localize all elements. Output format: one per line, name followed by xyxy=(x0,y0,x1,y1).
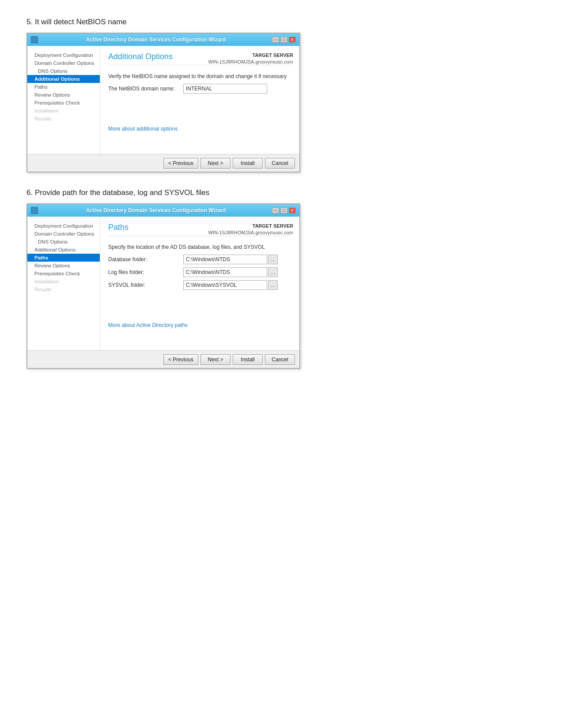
sysvol-folder-browse[interactable]: … xyxy=(268,280,278,290)
sidebar-item-results-5: Results xyxy=(27,115,100,123)
netbios-label: The NetBIOS domain name: xyxy=(108,86,183,92)
database-folder-browse[interactable]: … xyxy=(268,255,278,264)
sidebar-item-dns-options-5[interactable]: DNS Options xyxy=(27,67,100,75)
sysvol-folder-input[interactable] xyxy=(183,280,267,290)
wizard-footer-step6: < Previous Next > Install Cancel xyxy=(27,350,299,368)
wizard-sidebar-step5: Deployment Configuration Domain Controll… xyxy=(27,46,100,154)
netbios-input[interactable] xyxy=(183,84,267,94)
logfiles-folder-row: Log files folder: … xyxy=(108,267,291,277)
minimize-button-step6[interactable]: ─ xyxy=(272,207,279,214)
sidebar-item-deployment-config-6[interactable]: Deployment Configuration xyxy=(27,222,100,230)
target-server-step5: TARGET SERVER WIN-1SJ8RHOMJSA.groovymusi… xyxy=(208,52,293,66)
wizard-window-step5: Active Directory Domain Services Configu… xyxy=(26,33,300,173)
content-desc-step5: Verify the NetBIOS name assigned to the … xyxy=(108,73,291,79)
wizard-window-step6: Active Directory Domain Services Configu… xyxy=(26,203,300,369)
paths-link[interactable]: More about Active Directory paths xyxy=(108,322,188,328)
step6-heading: 6. Provide path for the database, log an… xyxy=(26,188,537,197)
wizard-body-step6: Deployment Configuration Domain Controll… xyxy=(27,217,299,350)
maximize-button-step5[interactable]: □ xyxy=(280,37,287,43)
sidebar-item-additional-options-6[interactable]: Additional Options xyxy=(27,246,100,254)
database-folder-row: Database folder: … xyxy=(108,255,291,264)
logfiles-folder-label: Log files folder: xyxy=(108,269,183,275)
sidebar-item-dc-options-6[interactable]: Domain Controller Options xyxy=(27,230,100,238)
previous-button-step5[interactable]: < Previous xyxy=(163,158,198,169)
wizard-body-step5: Deployment Configuration Domain Controll… xyxy=(27,46,299,154)
close-button-step6[interactable]: ✕ xyxy=(289,207,296,214)
step6-number: 6. xyxy=(26,188,33,197)
step5-number: 5. xyxy=(26,18,33,26)
next-button-step6[interactable]: Next > xyxy=(200,354,230,365)
title-bar-step5: Active Directory Domain Services Configu… xyxy=(27,34,299,46)
wizard-content-step5: Additional Options TARGET SERVER WIN-1SJ… xyxy=(100,46,299,154)
wizard-content-step6: Paths TARGET SERVER WIN-1SJ8RHOMJSA.groo… xyxy=(100,217,299,350)
sidebar-item-dc-options-5[interactable]: Domain Controller Options xyxy=(27,59,100,67)
cancel-button-step5[interactable]: Cancel xyxy=(265,158,295,169)
logfiles-folder-browse[interactable]: … xyxy=(268,267,278,277)
title-bar-controls-step6: ─ □ ✕ xyxy=(272,207,296,214)
install-button-step6[interactable]: Install xyxy=(233,354,263,365)
sysvol-folder-label: SYSVOL folder: xyxy=(108,282,183,288)
sidebar-item-prerequisites-5[interactable]: Prerequisites Check xyxy=(27,99,100,107)
sidebar-item-review-options-6[interactable]: Review Options xyxy=(27,262,100,270)
sidebar-item-deployment-config-5[interactable]: Deployment Configuration xyxy=(27,51,100,59)
netbios-field-row: The NetBIOS domain name: xyxy=(108,84,291,94)
previous-button-step6[interactable]: < Previous xyxy=(163,354,198,365)
sidebar-item-installation-6: Installation xyxy=(27,278,100,285)
target-server-step6: TARGET SERVER WIN-1SJ8RHOMJSA.groovymusi… xyxy=(208,223,293,236)
wizard-icon-step5 xyxy=(31,36,38,43)
minimize-button-step5[interactable]: ─ xyxy=(272,37,279,43)
title-bar-controls-step5: ─ □ ✕ xyxy=(272,37,296,43)
sidebar-item-dns-options-6[interactable]: DNS Options xyxy=(27,238,100,246)
step5-heading: 5. It will detect NetBIOS name xyxy=(26,18,537,26)
install-button-step5[interactable]: Install xyxy=(233,158,263,169)
logfiles-folder-input[interactable] xyxy=(183,267,267,277)
sidebar-item-installation-5: Installation xyxy=(27,107,100,115)
wizard-footer-step5: < Previous Next > Install Cancel xyxy=(27,154,299,172)
cancel-button-step6[interactable]: Cancel xyxy=(265,354,295,365)
sidebar-item-results-6: Results xyxy=(27,285,100,293)
title-bar-text-step6: Active Directory Domain Services Configu… xyxy=(40,207,272,214)
title-bar-step6: Active Directory Domain Services Configu… xyxy=(27,204,299,217)
sysvol-folder-row: SYSVOL folder: … xyxy=(108,280,291,290)
title-bar-text-step5: Active Directory Domain Services Configu… xyxy=(40,37,272,43)
close-button-step5[interactable]: ✕ xyxy=(289,37,296,43)
maximize-button-step6[interactable]: □ xyxy=(280,207,287,214)
additional-options-link[interactable]: More about additional options xyxy=(108,126,178,132)
sidebar-item-additional-options-5[interactable]: Additional Options xyxy=(27,75,100,83)
database-folder-label: Database folder: xyxy=(108,256,183,263)
sidebar-item-paths-6[interactable]: Paths xyxy=(27,254,100,262)
content-desc-step6: Specify the location of the AD DS databa… xyxy=(108,244,291,250)
sidebar-item-prerequisites-6[interactable]: Prerequisites Check xyxy=(27,270,100,278)
sidebar-item-paths-5[interactable]: Paths xyxy=(27,83,100,91)
next-button-step5[interactable]: Next > xyxy=(200,158,230,169)
wizard-sidebar-step6: Deployment Configuration Domain Controll… xyxy=(27,217,100,350)
sidebar-item-review-options-5[interactable]: Review Options xyxy=(27,91,100,99)
wizard-icon-step6 xyxy=(31,207,38,214)
database-folder-input[interactable] xyxy=(183,255,267,264)
